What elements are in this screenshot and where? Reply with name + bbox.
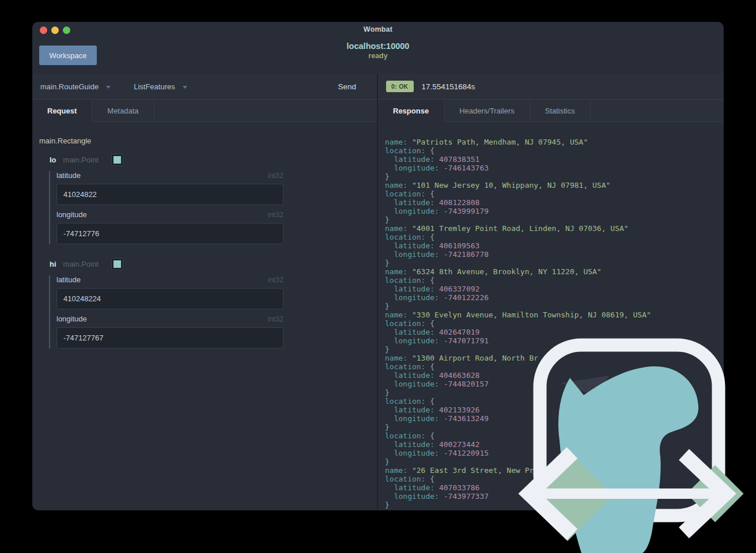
- request-form-area: main.Rectangle lomain.Pointlatitudeint32…: [32, 122, 377, 510]
- tab-response[interactable]: Response: [378, 100, 444, 122]
- server-address: localhost:10000: [32, 41, 724, 51]
- subfield-label: latitude: [56, 275, 81, 284]
- subfield-label: longitude: [56, 315, 87, 323]
- hi-latitude-input[interactable]: [56, 288, 284, 309]
- field-group-hi: himain.Pointlatitudeint32longitudeint32: [50, 257, 377, 349]
- wombat-window: Wombat Workspace localhost:10000 ready m…: [32, 22, 724, 510]
- server-block: localhost:10000 ready: [32, 41, 724, 60]
- service-dropdown-label: main.RouteGuide: [40, 82, 99, 91]
- method-dropdown[interactable]: ListFeatures: [134, 82, 187, 91]
- field-name: lo: [50, 156, 56, 164]
- request-tabbar: Request Metadata: [32, 100, 377, 122]
- hi-enabled-checkbox[interactable]: [111, 258, 123, 270]
- service-dropdown[interactable]: main.RouteGuide: [40, 82, 111, 91]
- result-bar: 0: OK 17.554151684s: [378, 74, 724, 100]
- subfield-label: longitude: [56, 210, 87, 219]
- lo-longitude-input[interactable]: [56, 223, 284, 244]
- subfield-type: int32: [268, 172, 284, 180]
- status-badge: 0: OK: [386, 81, 414, 92]
- request-form: lomain.Pointlatitudeint32longitudeint32h…: [39, 153, 377, 349]
- subfield-type: int32: [268, 276, 284, 284]
- request-toolbar: main.RouteGuide ListFeatures Send: [32, 74, 377, 100]
- chevron-down-icon: [106, 86, 111, 89]
- response-pane: 0: OK 17.554151684s Response Headers/Tra…: [378, 74, 724, 510]
- title-bar[interactable]: Wombat: [32, 22, 724, 38]
- response-tabbar: Response Headers/Trailers Statistics: [378, 100, 724, 122]
- app-header: Workspace localhost:10000 ready: [32, 38, 724, 74]
- tab-headers-trailers[interactable]: Headers/Trailers: [444, 100, 530, 122]
- field-type: main.Point: [63, 260, 99, 268]
- tab-metadata[interactable]: Metadata: [92, 100, 154, 122]
- send-button[interactable]: Send: [338, 82, 356, 91]
- field-group-lo: lomain.Pointlatitudeint32longitudeint32: [50, 153, 377, 244]
- tab-statistics[interactable]: Statistics: [530, 100, 591, 122]
- field-type: main.Point: [63, 156, 99, 164]
- server-status: ready: [32, 52, 724, 60]
- subfield-type: int32: [268, 315, 284, 323]
- desktop-background: Wombat Workspace localhost:10000 ready m…: [0, 0, 756, 553]
- lo-enabled-checkbox[interactable]: [111, 154, 123, 166]
- subfield-label: latitude: [56, 171, 81, 180]
- chevron-down-icon: [183, 86, 187, 89]
- response-output[interactable]: name: "Patriots Path, Mendham, NJ 07945,…: [378, 122, 724, 510]
- request-pane: main.RouteGuide ListFeatures Send Reques…: [32, 74, 378, 510]
- message-type-label: main.Rectangle: [39, 137, 377, 145]
- hi-longitude-input[interactable]: [56, 327, 284, 349]
- response-text: name: "Patriots Path, Mendham, NJ 07945,…: [385, 138, 724, 509]
- elapsed-time: 17.554151684s: [422, 82, 475, 91]
- subfield-type: int32: [268, 211, 284, 219]
- method-dropdown-label: ListFeatures: [134, 82, 175, 91]
- lo-latitude-input[interactable]: [56, 184, 284, 205]
- window-title: Wombat: [32, 25, 724, 33]
- tab-request[interactable]: Request: [32, 100, 92, 122]
- field-name: hi: [50, 260, 56, 268]
